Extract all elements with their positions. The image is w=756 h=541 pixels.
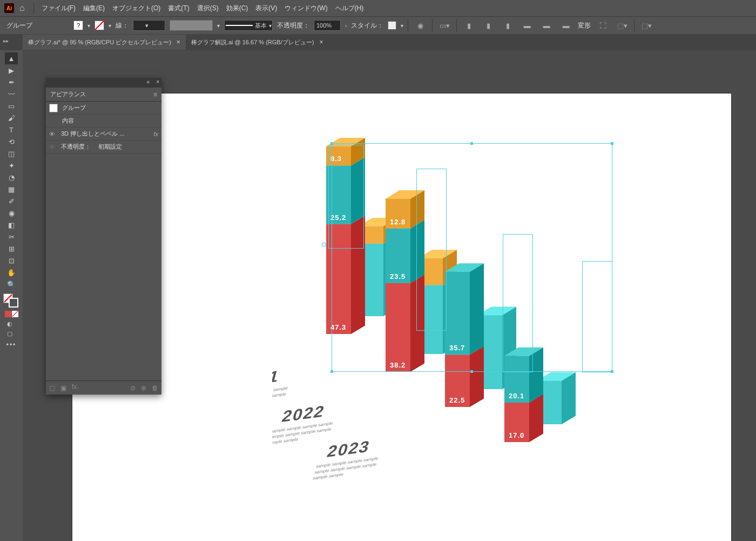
appearance-row-opacity[interactable]: 👁 不透明度： 初期設定 xyxy=(46,141,161,153)
menu-file[interactable]: ファイル(F) xyxy=(38,4,79,13)
transform-icon-2[interactable]: ⬚▾ xyxy=(615,19,630,32)
menu-window[interactable]: ウィンドウ(W) xyxy=(281,4,330,13)
zoom-tool[interactable]: 🔍 xyxy=(5,278,18,290)
hand-tool[interactable]: ✋ xyxy=(5,266,18,278)
bar-chart-3d: 47.325.28.32020sample sample sample samp… xyxy=(272,96,677,491)
transform-icon-1[interactable]: ⛶ xyxy=(595,19,610,32)
appearance-row-content[interactable]: 内容 xyxy=(46,115,161,128)
stroke-profile[interactable]: 基本 ▾ xyxy=(224,20,273,31)
fx-icon[interactable]: fx xyxy=(153,131,158,137)
artboard-tool[interactable]: ⊞ xyxy=(5,243,18,255)
align-bottom-icon[interactable]: ▬ xyxy=(558,19,573,32)
panel-header[interactable]: « × xyxy=(46,78,161,88)
curvature-tool[interactable]: 〰 xyxy=(5,88,18,100)
svg-marker-62 xyxy=(529,394,543,442)
align-vcenter-icon[interactable]: ▬ xyxy=(539,19,554,32)
menu-effect[interactable]: 効果(C) xyxy=(223,4,252,13)
eyedropper-tool[interactable]: ✐ xyxy=(5,195,18,207)
align-hcenter-icon[interactable]: ▮ xyxy=(481,19,496,32)
collapse-icon[interactable]: « xyxy=(146,79,150,85)
svg-text:25.2: 25.2 xyxy=(330,213,346,222)
svg-marker-38 xyxy=(410,220,424,283)
svg-text:23.5: 23.5 xyxy=(390,272,406,280)
shapebuilder-tool[interactable]: ◔ xyxy=(5,171,18,183)
fill-swatch[interactable]: ? xyxy=(73,21,83,30)
visibility-icon[interactable]: 👁 xyxy=(49,144,57,150)
svg-marker-66 xyxy=(529,348,543,403)
width-tool[interactable]: ✦ xyxy=(5,159,18,171)
row-value: 初期設定 xyxy=(98,143,122,151)
eraser-tool[interactable]: ◧ xyxy=(5,219,18,231)
rectangle-tool[interactable]: ▭ xyxy=(5,100,18,112)
add-effect-icon[interactable]: fx˅ xyxy=(72,383,79,392)
panel-footer: ▢ ▣ fx˅ ⊘ ⊕ 🗑 xyxy=(46,380,161,395)
menu-view[interactable]: 表示(V) xyxy=(252,4,280,13)
menu-help[interactable]: ヘルプ(H) xyxy=(332,4,367,13)
direct-selection-tool[interactable]: ▶ xyxy=(5,64,18,76)
selection-tool[interactable]: ▲ xyxy=(5,52,18,64)
tab-document-1[interactable]: 棒グラフ.ai* @ 95 % (RGB/CPU ピクセルプレビュー) × xyxy=(23,35,186,50)
edit-toolbar-icon[interactable]: ••• xyxy=(6,341,17,349)
row-label: 内容 xyxy=(62,117,74,125)
application-menubar: Ai ⌂ ファイル(F) 編集(E) オブジェクト(O) 書式(T) 選択(S)… xyxy=(0,0,756,16)
gradient-tool[interactable]: ▦ xyxy=(5,183,18,195)
screen-mode-icon[interactable]: ▢ xyxy=(7,330,16,338)
scissors-tool[interactable]: ✂ xyxy=(5,231,18,243)
align-icon[interactable]: ▭▾ xyxy=(437,19,452,32)
row-label: 不透明度： xyxy=(61,143,91,151)
svg-rect-36 xyxy=(386,283,410,372)
row-label: 3D 押し出しとベベル ... xyxy=(61,130,124,138)
align-left-icon[interactable]: ▮ xyxy=(461,19,476,32)
tab-label: 棒グラフ.ai* @ 95 % (RGB/CPU ピクセルプレビュー) xyxy=(28,38,171,46)
menu-select[interactable]: 選択(S) xyxy=(194,4,222,13)
stroke-weight-dropdown[interactable]: ▾ xyxy=(133,20,165,31)
svg-text:47.3: 47.3 xyxy=(330,323,346,331)
rotate-tool[interactable]: ⟲ xyxy=(5,136,18,148)
new-fill-icon[interactable]: ▣ xyxy=(60,384,66,392)
menu-object[interactable]: オブジェクト(O) xyxy=(109,4,164,13)
type-tool[interactable]: T xyxy=(5,124,18,136)
close-icon[interactable]: × xyxy=(177,38,180,46)
isolate-icon[interactable]: ⬚▾ xyxy=(639,19,654,32)
pen-tool[interactable]: ✒ xyxy=(5,76,18,88)
slice-tool[interactable]: ⊡ xyxy=(5,255,18,266)
delete-icon[interactable]: 🗑 xyxy=(152,384,158,392)
stroke-color-box[interactable] xyxy=(170,20,213,31)
draw-mode-icon[interactable]: ◐ xyxy=(7,320,16,328)
svg-marker-54 xyxy=(470,263,484,355)
new-stroke-icon[interactable]: ▢ xyxy=(49,384,55,392)
visibility-icon[interactable]: 👁 xyxy=(49,131,57,137)
opacity-label: 不透明度： xyxy=(277,21,309,30)
menu-type[interactable]: 書式(T) xyxy=(165,4,192,13)
transform-label[interactable]: 変形 xyxy=(578,21,591,30)
recolor-icon[interactable]: ◉ xyxy=(413,19,428,32)
close-icon[interactable]: × xyxy=(156,79,159,85)
document-tabbar: ▸▸ 棒グラフ.ai* @ 95 % (RGB/CPU ピクセルプレビュー) ×… xyxy=(0,34,756,50)
home-icon[interactable]: ⌂ xyxy=(19,3,25,13)
tab-document-2[interactable]: 棒グラフ解説.ai @ 16.67 % (RGB/プレビュー) × xyxy=(186,35,329,50)
appearance-panel[interactable]: « × アピアランス ≡ グループ 内容 👁 3D 押し出しとベベル ... f… xyxy=(46,78,161,395)
svg-text:17.0: 17.0 xyxy=(509,431,524,439)
appearance-row-group[interactable]: グループ xyxy=(46,102,161,115)
color-mode-toggle[interactable] xyxy=(5,311,18,317)
stroke-swatch[interactable] xyxy=(94,21,104,30)
align-top-icon[interactable]: ▬ xyxy=(519,19,535,32)
close-icon[interactable]: × xyxy=(319,38,323,46)
panel-menu-icon[interactable]: ≡ xyxy=(153,91,157,98)
svg-text:sample sample sample sample: sample sample sample sample xyxy=(272,391,287,405)
panel-tab-appearance[interactable]: アピアランス xyxy=(50,90,86,98)
menu-edit[interactable]: 編集(E) xyxy=(80,4,108,13)
scale-tool[interactable]: ◫ xyxy=(5,148,18,159)
fill-stroke-swatches[interactable] xyxy=(3,293,19,309)
svg-marker-15 xyxy=(562,372,576,424)
blend-tool[interactable]: ◉ xyxy=(5,207,18,219)
panel-expander-icon[interactable]: ▸▸ xyxy=(3,38,9,44)
align-right-icon[interactable]: ▮ xyxy=(500,19,515,32)
style-swatch[interactable] xyxy=(388,21,396,30)
appearance-row-effect[interactable]: 👁 3D 押し出しとベベル ... fx xyxy=(46,128,161,141)
duplicate-icon[interactable]: ⊕ xyxy=(141,384,146,392)
paintbrush-tool[interactable]: 🖌 xyxy=(5,112,18,124)
opacity-value[interactable]: 100% xyxy=(314,20,341,31)
svg-marker-50 xyxy=(470,346,484,407)
clear-icon[interactable]: ⊘ xyxy=(130,384,136,392)
